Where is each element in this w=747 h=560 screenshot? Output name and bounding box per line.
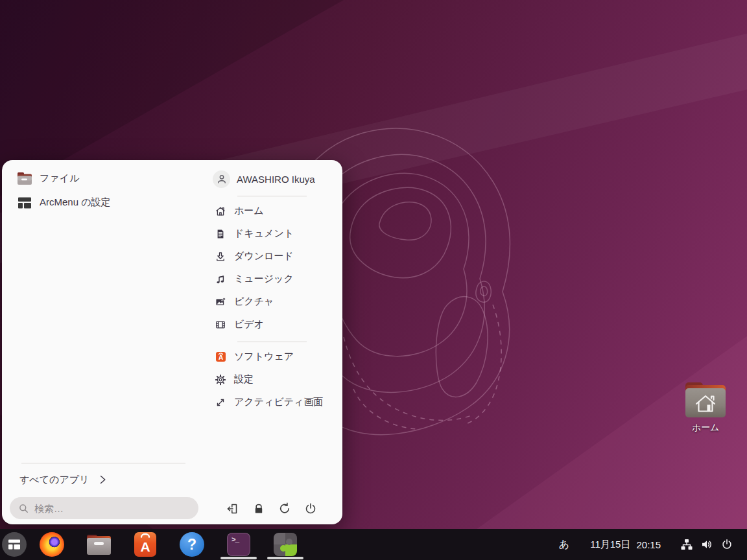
separator [237,342,307,342]
activities-overview-icon [215,397,226,408]
menu-item-label: ピクチャ [234,296,274,308]
files-icon [87,535,111,555]
terminal-button[interactable]: >_ [215,529,262,560]
menu-item-arcmenu-settings[interactable]: ArcMenu の設定 [11,191,203,215]
logout-icon [226,502,240,516]
network-icon[interactable] [680,529,693,560]
menu-item-label: ArcMenu の設定 [40,196,111,209]
menu-item-label: ファイル [40,172,79,185]
downloads-icon [215,251,226,262]
clock-time[interactable]: 20:15 [636,529,661,560]
menu-item-home[interactable]: ホーム [209,200,337,222]
taskbar: A ? >_ あ 11月15日 2 [0,529,747,560]
arcmenu-launcher-button[interactable] [0,529,29,560]
power-icon [303,502,318,516]
menu-item-activities[interactable]: アクティビティ画面 [209,391,337,414]
lock-button[interactable] [250,500,268,518]
menu-item-label: 設定 [234,373,254,386]
files-folder-icon [17,172,32,185]
menu-item-settings[interactable]: 設定 [209,368,337,391]
home-icon [215,205,226,217]
ubuntu-software-button[interactable]: A [122,529,169,560]
extensions-button[interactable] [262,529,309,560]
house-icon [685,388,726,417]
power-menu-icon[interactable] [720,529,733,560]
power-button[interactable] [302,500,320,518]
logout-button[interactable] [224,500,242,518]
menu-item-files[interactable]: ファイル [11,167,203,191]
help-icon: ? [180,532,204,557]
search-icon [18,503,29,514]
documents-icon [215,228,226,240]
gear-icon [215,374,226,386]
clock-date[interactable]: 11月15日 [590,529,630,560]
pictures-icon [215,296,226,308]
menu-item-label: ビデオ [234,318,264,331]
search-input[interactable] [34,503,190,514]
arcmenu-icon [8,539,21,550]
all-apps-button[interactable]: すべてのアプリ [17,470,110,489]
svg-text:A: A [218,354,222,361]
search-bar [10,497,198,519]
user-account-button[interactable]: AWASHIRO Ikuya [209,168,337,190]
user-avatar-icon [213,170,230,188]
menu-item-downloads[interactable]: ダウンロード [209,245,337,268]
session-buttons [224,500,320,518]
separator [237,196,307,196]
user-name: AWASHIRO Ikuya [237,174,315,185]
extensions-puzzle-icon [274,533,297,556]
desktop-home-shortcut[interactable]: ホーム [681,382,730,434]
menu-item-label: ミュージック [234,273,294,285]
menu-item-label: ホーム [234,205,264,217]
menu-item-label: アクティビティ画面 [234,396,323,408]
help-button[interactable]: ? [169,529,215,560]
menu-places-column: AWASHIRO Ikuya ホーム [209,168,337,414]
menu-item-label: ソフトウェア [234,351,294,363]
files-button[interactable] [75,529,122,560]
videos-icon [215,319,226,331]
separator [21,463,185,463]
ime-indicator[interactable]: あ [559,529,569,560]
menu-item-label: ダウンロード [234,250,294,262]
menu-item-label: ドキュメント [234,228,294,240]
chevron-right-icon [99,474,107,485]
menu-item-documents[interactable]: ドキュメント [209,222,337,245]
taskbar-status-area: あ 11月15日 20:15 [559,529,747,560]
restart-button[interactable] [276,500,294,518]
volume-icon[interactable] [700,529,713,560]
restart-icon [278,502,292,516]
music-icon [215,274,226,285]
arcmenu-settings-icon [17,195,32,210]
menu-item-software[interactable]: A ソフトウェア [209,345,337,368]
desktop: ホーム ファイル ArcMenu の [0,0,747,560]
svg-text:A: A [140,539,150,554]
arcmenu-panel: ファイル ArcMenu の設定 AWASHI [2,160,342,524]
menu-quick-list: ファイル ArcMenu の設定 [11,167,203,215]
menu-item-music[interactable]: ミュージック [209,268,337,290]
terminal-icon: >_ [227,533,250,556]
menu-item-videos[interactable]: ビデオ [209,313,337,336]
menu-item-pictures[interactable]: ピクチャ [209,290,337,313]
ubuntu-software-icon: A [215,351,226,363]
all-apps-label: すべてのアプリ [19,474,89,486]
taskbar-apps: A ? >_ [0,529,309,560]
ubuntu-software-icon: A [134,532,156,557]
firefox-button[interactable] [29,529,75,560]
firefox-icon [40,532,64,557]
lock-icon [252,502,266,516]
desktop-icon-label: ホーム [681,422,730,434]
home-folder-icon [685,382,726,417]
